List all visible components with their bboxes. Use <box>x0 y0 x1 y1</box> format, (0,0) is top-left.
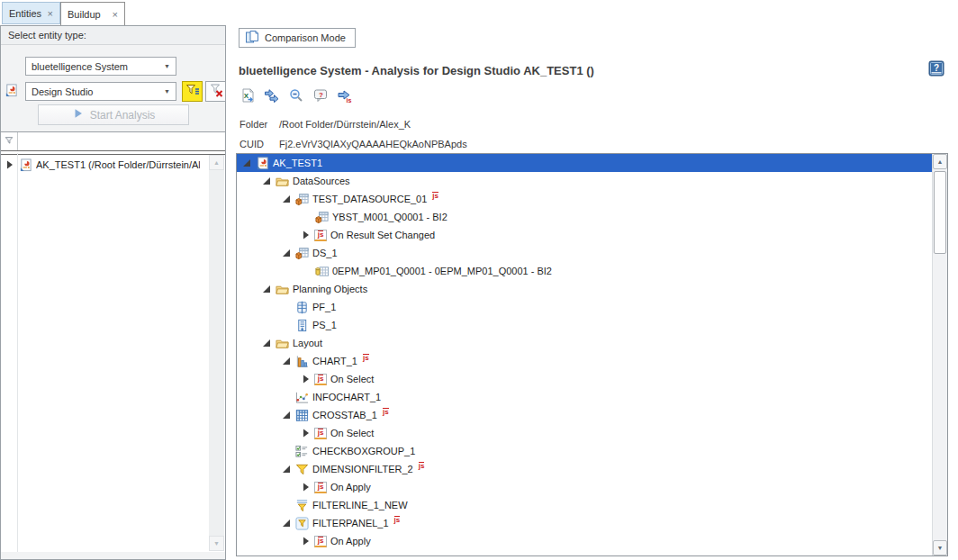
collapse-expander-icon[interactable] <box>281 465 291 474</box>
script-superscript-icon: js <box>419 462 425 470</box>
start-analysis-button[interactable]: Start Analysis <box>38 104 189 125</box>
expand-expander-icon[interactable] <box>5 160 14 169</box>
entity-grid: AK_TEST1 (/Root Folder/Dürrstein/Alex_K)… <box>1 131 225 552</box>
play-icon <box>72 107 85 122</box>
collapse-expander-icon[interactable] <box>261 285 271 294</box>
scroll-down-button[interactable]: ▼ <box>209 536 224 551</box>
tree-item-test-datasource-01[interactable]: TEST_DATASOURCE_01js <box>237 190 932 208</box>
script-badge-icon: js <box>314 230 327 241</box>
svg-text:X: X <box>244 92 249 100</box>
script-badge-icon: js <box>314 374 327 385</box>
grid-vertical-scrollbar[interactable]: ▲ ▼ <box>209 155 224 551</box>
chevron-down-icon: ▼ <box>164 88 170 95</box>
tree-item-ds-1[interactable]: DS_1 <box>237 244 932 262</box>
tree-item-label: CHECKBOXGROUP_1 <box>312 446 415 456</box>
collapse-expander-icon[interactable] <box>261 339 271 348</box>
scroll-up-button[interactable]: ▲ <box>209 155 224 170</box>
script-badge-icon: js <box>314 482 327 493</box>
tree-item-on-result-set-changed[interactable]: jsOn Result Set Changed <box>237 226 932 244</box>
tree-item-planning-objects[interactable]: Planning Objects <box>237 280 932 298</box>
datasource-icon <box>294 247 309 260</box>
tab-entities[interactable]: Entities × <box>2 2 60 24</box>
filter-set-icon <box>185 83 200 100</box>
tree-item-on-apply[interactable]: jsOn Apply <box>237 478 932 496</box>
tree-item-crosstab-1[interactable]: CROSSTAB_1js <box>237 406 932 424</box>
hint-icon[interactable]: ? <box>312 87 330 104</box>
tree-item-infochart-1[interactable]: INFOCHART_1 <box>237 388 932 406</box>
cuid-value: Fj2.eVrV3QIAXyQAAAAHEQkAoNPBApds <box>279 139 467 149</box>
datasource-icon <box>314 211 329 224</box>
analysis-tree: AK_TEST1DataSourcesTEST_DATASOURCE_01jsY… <box>236 153 948 556</box>
tab-buildup[interactable]: Buildup × <box>60 2 125 25</box>
filter-set-button[interactable] <box>182 81 203 102</box>
entity-row-label: AK_TEST1 (/Root Folder/Dürrstein/Alex_K) <box>36 159 200 170</box>
script-badge-icon: js <box>314 428 327 439</box>
expand-expander-icon[interactable] <box>301 483 311 492</box>
tree-item-label: PS_1 <box>312 320 337 330</box>
app-icon <box>255 157 269 170</box>
collapse-expander-icon[interactable] <box>281 411 291 420</box>
zoom-out-icon[interactable] <box>287 87 305 104</box>
tree-item-checkboxgroup-1[interactable]: CHECKBOXGROUP_1 <box>237 442 932 460</box>
design-studio-icon <box>5 84 19 98</box>
tree-item-chart-1[interactable]: CHART_1js <box>237 352 932 370</box>
filterpanel-icon <box>294 517 309 530</box>
filter-clear-icon <box>209 83 223 100</box>
help-icon[interactable]: ? <box>928 60 944 77</box>
collapse-expander-icon[interactable] <box>281 357 291 366</box>
compare-pages-icon <box>245 30 259 46</box>
tree-item-ps-1[interactable]: PS_1 <box>237 316 932 334</box>
collapse-expander-icon[interactable] <box>261 176 271 185</box>
expand-expander-icon[interactable] <box>301 429 311 438</box>
panel-header: Select entity type: <box>1 26 225 45</box>
scrollbar-thumb[interactable] <box>934 171 946 254</box>
tree-item-layout[interactable]: Layout <box>237 334 932 352</box>
collapse-expander-icon[interactable] <box>281 248 291 257</box>
tree-item-on-select[interactable]: jsOn Select <box>237 424 932 442</box>
close-icon[interactable]: × <box>113 9 118 20</box>
entity-type-dropdown[interactable]: Design Studio ▼ <box>25 82 176 101</box>
cuid-label: CUID <box>240 139 279 149</box>
application-window: Entities × Buildup × Select entity type:… <box>0 0 958 560</box>
expand-expander-icon[interactable] <box>301 537 311 546</box>
main-column-header[interactable] <box>18 132 225 150</box>
tree-rows: AK_TEST1DataSourcesTEST_DATASOURCE_01jsY… <box>237 154 932 555</box>
tree-item-on-apply[interactable]: jsOn Apply <box>237 532 932 550</box>
vertical-scrollbar[interactable]: ▲ ▼ <box>932 154 947 555</box>
tree-item-on-select[interactable]: jsOn Select <box>237 370 932 388</box>
tree-item-filterline-1-new[interactable]: FILTERLINE_1_NEW <box>237 496 932 514</box>
comparison-mode-button[interactable]: Comparison Mode <box>239 28 356 48</box>
tree-item-label: On Select <box>330 428 374 438</box>
collapse-expander-icon[interactable] <box>281 194 291 203</box>
scroll-up-button[interactable]: ▲ <box>933 154 947 169</box>
tree-item-ybst-m001-q0001-bi2[interactable]: YBST_M001_Q0001 - BI2 <box>237 208 932 226</box>
expand-expander-icon[interactable] <box>301 375 311 384</box>
query-icon <box>314 265 329 278</box>
tree-item-pf-1[interactable]: PF_1 <box>237 298 932 316</box>
collapse-expander-icon[interactable] <box>241 158 251 167</box>
tree-item-label: TEST_DATASOURCE_01 <box>312 194 427 204</box>
collapse-expander-icon[interactable] <box>281 519 291 528</box>
scroll-down-button[interactable]: ▼ <box>933 540 947 555</box>
tree-item-dimensionfilter-2[interactable]: DIMENSIONFILTER_2js <box>237 460 932 478</box>
filter-clear-button[interactable] <box>205 81 226 102</box>
tree-item-filterpanel-1[interactable]: FILTERPANEL_1js <box>237 514 932 532</box>
folder-icon <box>275 175 289 188</box>
close-icon[interactable]: × <box>48 8 53 19</box>
chart-icon <box>294 355 309 368</box>
tree-item-ak-test1[interactable]: AK_TEST1 <box>237 154 932 172</box>
comparison-mode-label: Comparison Mode <box>265 32 346 43</box>
tree-item-0epm-mp01-q0001-0epm-mp01-q0001-bi2[interactable]: 0EPM_MP01_Q0001 - 0EPM_MP01_Q0001 - BI2 <box>237 262 932 280</box>
expand-expander-icon[interactable] <box>301 230 311 239</box>
tree-item-label: CROSSTAB_1 <box>312 410 377 420</box>
tree-item-label: FILTERPANEL_1 <box>312 518 389 528</box>
filter-column-header[interactable] <box>1 132 18 150</box>
chevron-down-icon: ▼ <box>164 63 170 69</box>
tree-item-datasources[interactable]: DataSources <box>237 172 932 190</box>
goto-script-icon[interactable]: js <box>336 87 354 104</box>
system-dropdown[interactable]: bluetelligence System ▼ <box>25 57 176 76</box>
expand-all-icon[interactable] <box>263 87 281 104</box>
entity-row[interactable]: AK_TEST1 (/Root Folder/Dürrstein/Alex_K) <box>1 155 225 175</box>
folder-label: Folder <box>240 119 279 130</box>
export-excel-icon[interactable]: X <box>239 87 257 104</box>
